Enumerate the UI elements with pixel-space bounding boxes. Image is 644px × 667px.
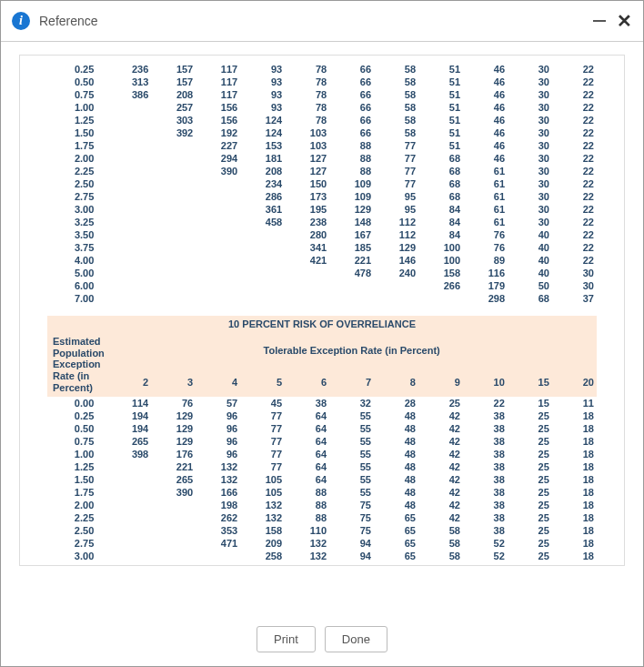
- cell: 25: [508, 435, 552, 448]
- cell: 30: [508, 203, 552, 216]
- cell: 176: [151, 448, 196, 460]
- cell: [106, 473, 151, 486]
- cell: 61: [463, 165, 508, 177]
- cell: 65: [374, 524, 418, 537]
- cell: 51: [418, 139, 463, 152]
- cell: 58: [418, 537, 463, 550]
- cell: [151, 152, 196, 165]
- cell: 166: [196, 486, 240, 499]
- cell: 77: [240, 460, 285, 473]
- cell: 471: [196, 537, 240, 550]
- table-row: 3.00258132946558522518: [47, 550, 597, 562]
- cell: [151, 292, 196, 305]
- cell: 209: [240, 537, 285, 550]
- print-button[interactable]: Print: [257, 626, 316, 652]
- cell: 227: [196, 139, 240, 152]
- row-label: 0.25: [47, 409, 106, 422]
- cell: 42: [418, 499, 463, 511]
- cell: 25: [508, 499, 552, 511]
- table-row: 3.253061531138258522518: [47, 562, 597, 566]
- row-label: 1.75: [47, 486, 106, 499]
- row-label: 2.25: [47, 165, 106, 177]
- cell: 127: [285, 152, 329, 165]
- column-header: 6: [285, 367, 329, 397]
- cell: 30: [508, 76, 552, 88]
- cell: 96: [196, 409, 240, 422]
- cell: 208: [151, 88, 196, 101]
- cell: [240, 228, 285, 241]
- table-row: 1.252211327764554842382518: [47, 460, 597, 473]
- cell: 88: [329, 152, 374, 165]
- cell: 51: [418, 63, 463, 76]
- row-label: 1.75: [47, 139, 106, 152]
- column-header: 8: [374, 367, 418, 397]
- cell: 32: [329, 397, 374, 409]
- table-row: 3.2545823814811284613022: [47, 216, 597, 228]
- dialog-title: Reference: [39, 14, 98, 28]
- cell: 30: [508, 101, 552, 114]
- column-header: 20: [552, 367, 597, 397]
- cell: 38: [463, 448, 508, 460]
- cell: 238: [285, 216, 329, 228]
- cell: 100: [418, 254, 463, 267]
- cell: [151, 562, 196, 566]
- row-label: 3.25: [47, 562, 106, 566]
- cell: 42: [418, 409, 463, 422]
- table-row: 2.752861731099568613022: [47, 190, 597, 203]
- row-label: 2.00: [47, 152, 106, 165]
- cell: [374, 279, 418, 292]
- cell: 93: [240, 88, 285, 101]
- upper-table: 0.2523615711793786658514630220.503131571…: [47, 63, 597, 305]
- cell: 52: [463, 537, 508, 550]
- table-row: 1.00398176967764554842382518: [47, 448, 597, 460]
- cell: 95: [374, 203, 418, 216]
- cell: 65: [374, 537, 418, 550]
- cell: 179: [463, 279, 508, 292]
- cell: 46: [463, 101, 508, 114]
- cell: 64: [285, 409, 329, 422]
- cell: 265: [151, 473, 196, 486]
- cell: 236: [106, 63, 151, 76]
- row-label: 1.25: [47, 460, 106, 473]
- cell: 25: [508, 537, 552, 550]
- cell: 64: [285, 422, 329, 435]
- column-header-title: Tolerable Exception Rate (in Percent): [106, 332, 597, 367]
- cell: 38: [285, 397, 329, 409]
- row-label: 0.25: [47, 63, 106, 76]
- cell: 66: [329, 88, 374, 101]
- cell: [285, 267, 329, 279]
- cell: 66: [329, 63, 374, 76]
- cell: [106, 152, 151, 165]
- cell: 46: [463, 114, 508, 126]
- cell: 93: [240, 63, 285, 76]
- cell: 124: [240, 126, 285, 139]
- done-button[interactable]: Done: [325, 626, 387, 652]
- cell: 458: [240, 216, 285, 228]
- cell: 76: [463, 228, 508, 241]
- reference-dialog: i Reference ✕ 0.252361571179378665851463…: [0, 0, 644, 667]
- cell: 55: [329, 422, 374, 435]
- cell: 280: [285, 228, 329, 241]
- cell: [106, 524, 151, 537]
- cell: 22: [552, 177, 597, 190]
- cell: 18: [552, 499, 597, 511]
- cell: 30: [508, 152, 552, 165]
- cell: 25: [508, 511, 552, 524]
- table-row: 0.753862081179378665851463022: [47, 88, 597, 101]
- table-row: 0.75265129967764554842382518: [47, 435, 597, 448]
- cell: 46: [463, 126, 508, 139]
- table-row: 6.002661795030: [47, 279, 597, 292]
- cell: 18: [552, 562, 597, 566]
- minimize-icon[interactable]: [593, 20, 606, 22]
- cell: 158: [240, 524, 285, 537]
- close-icon[interactable]: ✕: [617, 10, 632, 32]
- cell: 478: [329, 267, 374, 279]
- cell: 58: [374, 63, 418, 76]
- cell: 46: [463, 76, 508, 88]
- cell: [106, 254, 151, 267]
- scroll-area[interactable]: 0.2523615711793786658514630220.503131571…: [19, 55, 625, 566]
- cell: 313: [106, 76, 151, 88]
- cell: 68: [418, 152, 463, 165]
- cell: 64: [285, 473, 329, 486]
- cell: 25: [508, 473, 552, 486]
